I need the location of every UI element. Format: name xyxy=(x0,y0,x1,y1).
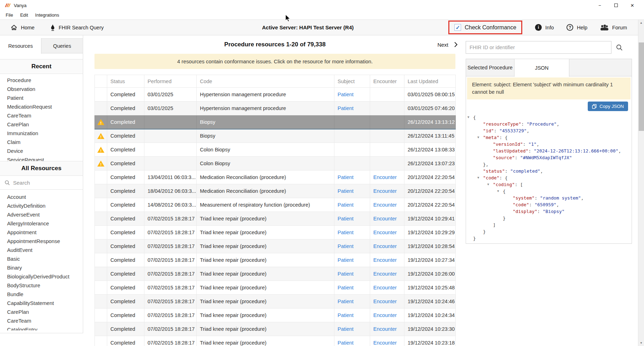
sidebar-search-input[interactable] xyxy=(13,180,70,186)
sidebar-item[interactable]: Account xyxy=(0,192,83,201)
encounter-link[interactable]: Encounter xyxy=(373,216,397,221)
subject-link[interactable]: Patient xyxy=(338,312,353,318)
subject-link[interactable]: Patient xyxy=(338,188,353,194)
tab-resources[interactable]: Resources xyxy=(0,38,41,54)
fhir-id-input[interactable] xyxy=(466,41,611,54)
sidebar-item[interactable]: Observation xyxy=(0,85,83,93)
expand-arrow-icon[interactable]: ▼ xyxy=(477,134,479,141)
table-header-cell[interactable]: Last Updated xyxy=(404,75,456,88)
info-button[interactable]: i Info xyxy=(535,24,554,31)
sidebar-item[interactable]: MedicationRequest xyxy=(0,102,83,111)
sidebar-item[interactable]: ActivityDefinition xyxy=(0,201,83,210)
table-header-cell[interactable]: Encounter xyxy=(370,75,404,88)
table-header-cell[interactable]: Performed xyxy=(144,75,197,88)
sidebar-item[interactable]: Claim xyxy=(0,138,83,146)
encounter-link[interactable]: Encounter xyxy=(373,188,397,194)
subject-link[interactable]: Patient xyxy=(338,230,353,235)
table-row[interactable]: Completed 14/08/2012 06:03:3... Measurem… xyxy=(95,198,456,212)
close-button[interactable]: ✕ xyxy=(624,0,640,11)
subject-link[interactable]: Patient xyxy=(338,216,353,221)
encounter-link[interactable]: Encounter xyxy=(373,340,397,346)
subject-link[interactable]: Patient xyxy=(338,243,353,249)
minimize-button[interactable]: − xyxy=(592,0,608,11)
table-header-cell[interactable]: Status xyxy=(107,75,144,88)
encounter-link[interactable]: Encounter xyxy=(373,202,397,208)
sidebar-item[interactable]: ServiceRequest xyxy=(0,155,83,161)
encounter-link[interactable]: Encounter xyxy=(373,257,397,263)
help-button[interactable]: ? Help xyxy=(567,24,587,31)
table-row[interactable]: Completed 07/02/2015 18:28:17 Triad knee… xyxy=(95,240,456,253)
subject-link[interactable]: Patient xyxy=(338,92,353,97)
table-header-cell[interactable] xyxy=(95,75,107,88)
table-row[interactable]: Completed 13/04/2011 06:03:3... Medicati… xyxy=(95,171,456,184)
subject-link[interactable]: Patient xyxy=(338,257,353,263)
expand-arrow-icon[interactable]: ▼ xyxy=(467,114,469,121)
tab-queries[interactable]: Queries xyxy=(41,38,83,53)
tab-json[interactable]: JSON xyxy=(514,59,569,77)
subject-link[interactable]: Patient xyxy=(338,271,353,277)
sidebar-item[interactable]: AppointmentResponse xyxy=(0,237,83,246)
table-row[interactable]: Completed Biopsy 26/12/2024 13:13:12 xyxy=(95,115,456,129)
table-row[interactable]: Completed 18/04/2012 06:03:3... Medicati… xyxy=(95,184,456,198)
subject-link[interactable]: Patient xyxy=(338,326,353,332)
encounter-link[interactable]: Encounter xyxy=(373,299,397,304)
check-conformance-label[interactable]: Check Conformance xyxy=(465,24,516,31)
sidebar-item[interactable]: AdverseEvent xyxy=(0,210,83,219)
subject-link[interactable]: Patient xyxy=(338,285,353,290)
expand-arrow-icon[interactable]: ▼ xyxy=(487,181,489,188)
scroll-up-button[interactable]: ▲ xyxy=(638,20,644,26)
subject-link[interactable]: Patient xyxy=(338,299,353,304)
table-row[interactable]: Completed 03/01/2025 Hypertension manage… xyxy=(95,88,456,102)
sidebar-item[interactable]: CarePlan xyxy=(0,307,83,316)
next-button[interactable]: Next xyxy=(437,42,458,48)
encounter-link[interactable]: Encounter xyxy=(373,312,397,318)
sidebar-item[interactable]: Basic xyxy=(0,254,83,263)
table-header-cell[interactable]: Subject xyxy=(334,75,370,88)
sidebar-item[interactable]: Patient xyxy=(0,93,83,102)
menu-item[interactable]: File xyxy=(2,12,17,18)
sidebar-item[interactable]: CareTeam xyxy=(0,111,83,120)
table-row[interactable]: Completed Colon Biopsy 26/12/2024 13:08:… xyxy=(95,143,456,157)
sidebar-item[interactable]: Binary xyxy=(0,263,83,272)
sidebar-item[interactable]: Immunization xyxy=(0,129,83,138)
encounter-link[interactable]: Encounter xyxy=(373,243,397,249)
sidebar-item[interactable]: Device xyxy=(0,146,83,155)
scroll-down-button[interactable]: ▼ xyxy=(638,340,644,346)
table-row[interactable]: Completed Colon Biopsy 26/12/2024 13:07:… xyxy=(95,157,456,171)
home-button[interactable]: Home xyxy=(11,24,35,30)
search-icon[interactable] xyxy=(616,44,623,51)
encounter-link[interactable]: Encounter xyxy=(373,230,397,235)
sidebar-item[interactable]: CatalogEntry xyxy=(0,325,83,330)
encounter-link[interactable]: Encounter xyxy=(373,285,397,290)
table-row[interactable]: Completed 03/01/2025 Hypertension manage… xyxy=(95,102,456,115)
maximize-button[interactable] xyxy=(608,0,624,11)
sidebar-item[interactable]: CarePlan xyxy=(0,120,83,129)
table-row[interactable]: Completed 07/02/2015 18:28:17 Triad knee… xyxy=(95,281,456,295)
sidebar-item[interactable]: BodyStructure xyxy=(0,281,83,290)
sidebar-item[interactable]: Appointment xyxy=(0,228,83,237)
subject-link[interactable]: Patient xyxy=(338,202,353,208)
sidebar-item[interactable]: BiologicallyDerivedProduct xyxy=(0,272,83,281)
scrollbar-track[interactable]: ▲ ▼ xyxy=(638,20,644,346)
table-row[interactable]: Completed 07/02/2015 18:28:17 Triad knee… xyxy=(95,267,456,281)
table-row[interactable]: Completed 07/02/2015 18:28:17 Triad knee… xyxy=(95,253,456,267)
copy-json-button[interactable]: Copy JSON xyxy=(588,102,628,111)
tab-selected-procedure[interactable]: Selected Procedure xyxy=(466,59,514,76)
check-conformance-checkbox[interactable]: ✓ xyxy=(454,24,461,31)
scrollbar-thumb[interactable] xyxy=(639,42,644,131)
table-row[interactable]: Completed 07/02/2015 18:28:17 Triad knee… xyxy=(95,212,456,226)
table-row[interactable]: Completed 07/02/2015 18:28:17 Triad knee… xyxy=(95,322,456,336)
subject-link[interactable]: Patient xyxy=(338,105,353,111)
forum-button[interactable]: Forum xyxy=(600,24,627,30)
expand-arrow-icon[interactable]: ▼ xyxy=(477,174,479,181)
sidebar-item[interactable]: Procedure xyxy=(0,76,83,85)
subject-link[interactable]: Patient xyxy=(338,340,353,346)
encounter-link[interactable]: Encounter xyxy=(373,326,397,332)
encounter-link[interactable]: Encounter xyxy=(373,174,397,180)
menu-item[interactable]: Edit xyxy=(17,12,31,18)
table-header-cell[interactable]: Code xyxy=(197,75,334,88)
encounter-link[interactable]: Encounter xyxy=(373,271,397,277)
table-row[interactable]: Completed 07/02/2015 18:28:17 Triad knee… xyxy=(95,226,456,240)
sidebar-item[interactable]: Bundle xyxy=(0,290,83,299)
fhir-search-query-button[interactable]: FHIR Search Query xyxy=(50,24,104,31)
